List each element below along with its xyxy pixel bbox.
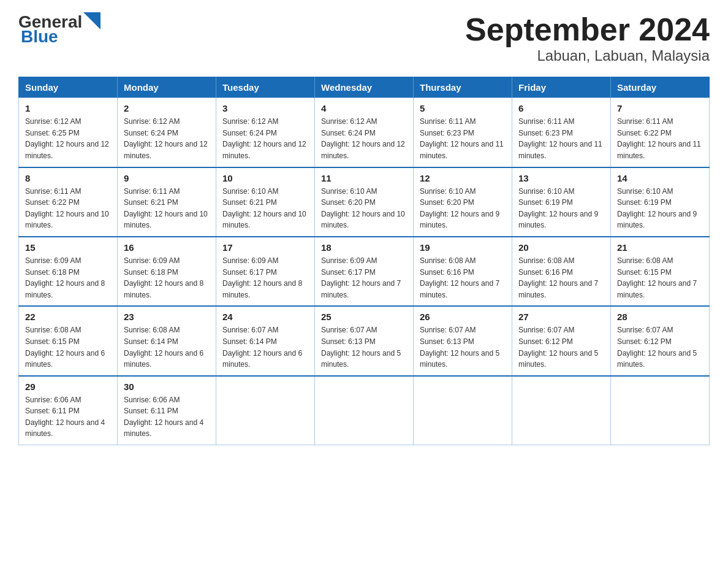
day-number: 19	[420, 242, 506, 253]
calendar-week-row: 29 Sunrise: 6:06 AM Sunset: 6:11 PM Dayl…	[19, 376, 710, 445]
day-info: Sunrise: 6:08 AM Sunset: 6:16 PM Dayligh…	[518, 256, 598, 299]
weekday-header-row: Sunday Monday Tuesday Wednesday Thursday…	[19, 77, 710, 98]
calendar-day-cell: 9 Sunrise: 6:11 AM Sunset: 6:21 PM Dayli…	[118, 167, 216, 237]
day-info: Sunrise: 6:11 AM Sunset: 6:22 PM Dayligh…	[25, 187, 109, 230]
day-info: Sunrise: 6:06 AM Sunset: 6:11 PM Dayligh…	[25, 396, 105, 439]
calendar-day-cell: 2 Sunrise: 6:12 AM Sunset: 6:24 PM Dayli…	[118, 98, 216, 167]
calendar-day-cell	[414, 376, 512, 445]
page-header: General Blue September 2024 Labuan, Labu…	[18, 12, 710, 64]
calendar-day-cell: 3 Sunrise: 6:12 AM Sunset: 6:24 PM Dayli…	[216, 98, 315, 167]
calendar-day-cell: 22 Sunrise: 6:08 AM Sunset: 6:15 PM Dayl…	[19, 306, 118, 375]
day-info: Sunrise: 6:10 AM Sunset: 6:20 PM Dayligh…	[321, 187, 405, 230]
calendar-day-cell	[315, 376, 414, 445]
day-number: 5	[420, 103, 506, 113]
weekday-monday: Monday	[118, 77, 216, 98]
day-info: Sunrise: 6:09 AM Sunset: 6:17 PM Dayligh…	[222, 256, 302, 299]
day-info: Sunrise: 6:07 AM Sunset: 6:12 PM Dayligh…	[617, 326, 697, 369]
svg-marker-0	[83, 12, 100, 29]
weekday-sunday: Sunday	[19, 77, 118, 98]
calendar-day-cell	[512, 376, 611, 445]
day-number: 27	[518, 312, 604, 322]
day-number: 24	[222, 312, 308, 322]
calendar-day-cell: 1 Sunrise: 6:12 AM Sunset: 6:25 PM Dayli…	[19, 98, 118, 167]
calendar-day-cell: 19 Sunrise: 6:08 AM Sunset: 6:16 PM Dayl…	[414, 237, 512, 306]
calendar-day-cell: 16 Sunrise: 6:09 AM Sunset: 6:18 PM Dayl…	[118, 237, 216, 306]
calendar-day-cell: 8 Sunrise: 6:11 AM Sunset: 6:22 PM Dayli…	[19, 167, 118, 237]
calendar-day-cell: 25 Sunrise: 6:07 AM Sunset: 6:13 PM Dayl…	[315, 306, 414, 375]
calendar-day-cell: 15 Sunrise: 6:09 AM Sunset: 6:18 PM Dayl…	[19, 237, 118, 306]
day-number: 1	[25, 103, 111, 113]
day-number: 16	[124, 242, 210, 253]
day-number: 29	[25, 381, 111, 392]
calendar-week-row: 22 Sunrise: 6:08 AM Sunset: 6:15 PM Dayl…	[19, 306, 710, 375]
day-number: 28	[617, 312, 703, 322]
day-number: 13	[518, 173, 604, 183]
day-info: Sunrise: 6:06 AM Sunset: 6:11 PM Dayligh…	[124, 396, 203, 439]
day-number: 6	[518, 103, 604, 113]
day-info: Sunrise: 6:07 AM Sunset: 6:13 PM Dayligh…	[420, 326, 499, 369]
calendar-title: September 2024	[465, 12, 710, 47]
day-info: Sunrise: 6:07 AM Sunset: 6:12 PM Dayligh…	[518, 326, 598, 369]
calendar-subtitle: Labuan, Labuan, Malaysia	[465, 47, 710, 64]
day-number: 14	[617, 173, 703, 183]
calendar-day-cell: 14 Sunrise: 6:10 AM Sunset: 6:19 PM Dayl…	[611, 167, 710, 237]
calendar-week-row: 15 Sunrise: 6:09 AM Sunset: 6:18 PM Dayl…	[19, 237, 710, 306]
day-number: 10	[222, 173, 308, 183]
calendar-body: 1 Sunrise: 6:12 AM Sunset: 6:25 PM Dayli…	[19, 98, 710, 445]
calendar-day-cell: 13 Sunrise: 6:10 AM Sunset: 6:19 PM Dayl…	[512, 167, 611, 237]
calendar-day-cell: 18 Sunrise: 6:09 AM Sunset: 6:17 PM Dayl…	[315, 237, 414, 306]
day-number: 20	[518, 242, 604, 253]
calendar-week-row: 8 Sunrise: 6:11 AM Sunset: 6:22 PM Dayli…	[19, 167, 710, 237]
day-info: Sunrise: 6:07 AM Sunset: 6:13 PM Dayligh…	[321, 326, 401, 369]
day-info: Sunrise: 6:10 AM Sunset: 6:20 PM Dayligh…	[420, 187, 499, 230]
day-number: 2	[124, 103, 210, 113]
calendar-day-cell: 23 Sunrise: 6:08 AM Sunset: 6:14 PM Dayl…	[118, 306, 216, 375]
day-number: 18	[321, 242, 407, 253]
calendar-day-cell: 17 Sunrise: 6:09 AM Sunset: 6:17 PM Dayl…	[216, 237, 315, 306]
day-info: Sunrise: 6:11 AM Sunset: 6:21 PM Dayligh…	[124, 187, 208, 230]
logo-triangle-icon	[83, 12, 100, 29]
day-info: Sunrise: 6:10 AM Sunset: 6:21 PM Dayligh…	[222, 187, 306, 230]
day-info: Sunrise: 6:08 AM Sunset: 6:15 PM Dayligh…	[25, 326, 105, 369]
day-info: Sunrise: 6:11 AM Sunset: 6:22 PM Dayligh…	[617, 117, 701, 160]
calendar-day-cell: 12 Sunrise: 6:10 AM Sunset: 6:20 PM Dayl…	[414, 167, 512, 237]
calendar-day-cell: 26 Sunrise: 6:07 AM Sunset: 6:13 PM Dayl…	[414, 306, 512, 375]
weekday-tuesday: Tuesday	[216, 77, 315, 98]
day-number: 22	[25, 312, 111, 322]
calendar-table: Sunday Monday Tuesday Wednesday Thursday…	[18, 77, 710, 445]
weekday-friday: Friday	[512, 77, 611, 98]
day-number: 15	[25, 242, 111, 253]
day-info: Sunrise: 6:12 AM Sunset: 6:24 PM Dayligh…	[321, 117, 405, 160]
calendar-day-cell: 21 Sunrise: 6:08 AM Sunset: 6:15 PM Dayl…	[611, 237, 710, 306]
day-number: 9	[124, 173, 210, 183]
day-number: 23	[124, 312, 210, 322]
day-number: 7	[617, 103, 703, 113]
calendar-week-row: 1 Sunrise: 6:12 AM Sunset: 6:25 PM Dayli…	[19, 98, 710, 167]
calendar-day-cell: 4 Sunrise: 6:12 AM Sunset: 6:24 PM Dayli…	[315, 98, 414, 167]
calendar-day-cell	[611, 376, 710, 445]
day-number: 11	[321, 173, 407, 183]
calendar-day-cell	[216, 376, 315, 445]
weekday-wednesday: Wednesday	[315, 77, 414, 98]
calendar-day-cell: 20 Sunrise: 6:08 AM Sunset: 6:16 PM Dayl…	[512, 237, 611, 306]
day-number: 25	[321, 312, 407, 322]
day-number: 8	[25, 173, 111, 183]
day-info: Sunrise: 6:09 AM Sunset: 6:18 PM Dayligh…	[25, 256, 105, 299]
calendar-day-cell: 5 Sunrise: 6:11 AM Sunset: 6:23 PM Dayli…	[414, 98, 512, 167]
logo: General Blue	[18, 12, 100, 47]
day-info: Sunrise: 6:10 AM Sunset: 6:19 PM Dayligh…	[617, 187, 697, 230]
calendar-day-cell: 11 Sunrise: 6:10 AM Sunset: 6:20 PM Dayl…	[315, 167, 414, 237]
calendar-day-cell: 28 Sunrise: 6:07 AM Sunset: 6:12 PM Dayl…	[611, 306, 710, 375]
day-number: 4	[321, 103, 407, 113]
day-number: 21	[617, 242, 703, 253]
day-number: 30	[124, 381, 210, 392]
day-number: 17	[222, 242, 308, 253]
weekday-thursday: Thursday	[414, 77, 512, 98]
weekday-saturday: Saturday	[611, 77, 710, 98]
day-info: Sunrise: 6:12 AM Sunset: 6:24 PM Dayligh…	[124, 117, 208, 160]
day-info: Sunrise: 6:09 AM Sunset: 6:17 PM Dayligh…	[321, 256, 401, 299]
day-info: Sunrise: 6:10 AM Sunset: 6:19 PM Dayligh…	[518, 187, 598, 230]
calendar-day-cell: 6 Sunrise: 6:11 AM Sunset: 6:23 PM Dayli…	[512, 98, 611, 167]
day-info: Sunrise: 6:11 AM Sunset: 6:23 PM Dayligh…	[420, 117, 504, 160]
calendar-day-cell: 30 Sunrise: 6:06 AM Sunset: 6:11 PM Dayl…	[118, 376, 216, 445]
